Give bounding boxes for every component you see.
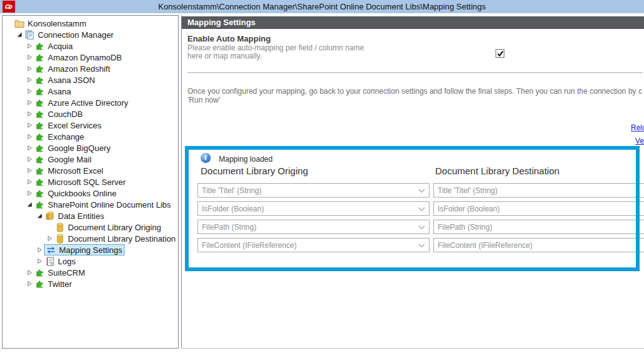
chevron-down-icon bbox=[418, 205, 425, 213]
tree-item-couchdb[interactable]: CouchDB bbox=[3, 108, 178, 120]
tree-item-label: Quickbooks Online bbox=[48, 189, 116, 198]
tree-item-label: Amazon DynamoDB bbox=[48, 53, 122, 62]
destination-field-value: FileContent (IFileReference) bbox=[438, 241, 533, 250]
arrow-spacer bbox=[45, 221, 54, 233]
puzzle-icon bbox=[34, 199, 45, 210]
tree-item-quickbooks-online[interactable]: Quickbooks Online bbox=[3, 188, 178, 199]
origin-field-dropdown-2[interactable]: FilePath (String) bbox=[197, 220, 430, 234]
tree-item-label: Document Library Origing bbox=[68, 223, 161, 232]
origin-field-value: Title 'Titel' (String) bbox=[202, 186, 262, 195]
tree-item-microsoft-sql-server[interactable]: Microsoft SQL Server bbox=[3, 176, 178, 188]
selected-tree-item[interactable]: Mapping Settings bbox=[44, 244, 125, 255]
destination-field-dropdown-3[interactable]: FileContent (IFileReference) bbox=[433, 238, 644, 252]
navigation-tree: KonsolenstammConnection ManagerAcquiaAma… bbox=[2, 15, 179, 349]
puzzle-icon bbox=[34, 74, 45, 86]
tree-item-sharepoint-online-document-libs[interactable]: SharePoint Online Document Libs bbox=[3, 199, 178, 210]
folder-icon bbox=[14, 18, 25, 29]
logs-icon: ? bbox=[44, 255, 55, 267]
puzzle-icon bbox=[34, 142, 45, 154]
puzzle-icon bbox=[34, 267, 45, 278]
arrow-spacer bbox=[5, 18, 14, 29]
origin-field-value: FileContent (IFileReference) bbox=[202, 241, 297, 250]
tree-item-label: Logs bbox=[58, 257, 75, 266]
reload-link[interactable]: Relo bbox=[631, 123, 644, 132]
tree-item-label: Connection Manager bbox=[38, 30, 114, 40]
expand-collapsed-icon[interactable] bbox=[45, 233, 54, 244]
tree-item-logs[interactable]: ?Logs bbox=[3, 255, 178, 267]
tree-item-asana[interactable]: Asana bbox=[3, 86, 178, 97]
expand-collapsed-icon[interactable] bbox=[25, 63, 34, 74]
expand-collapsed-icon[interactable] bbox=[25, 176, 34, 188]
expand-collapsed-icon[interactable] bbox=[25, 40, 34, 52]
origin-column-header: Document Library Origing bbox=[201, 165, 308, 176]
tree-item-amazon-redshift[interactable]: Amazon Redshift bbox=[3, 63, 178, 74]
expand-collapsed-icon[interactable] bbox=[25, 97, 34, 108]
expand-collapsed-icon[interactable] bbox=[25, 74, 34, 86]
tree-item-azure-active-directory[interactable]: Azure Active Directory bbox=[3, 97, 178, 108]
tree-item-twitter[interactable]: Twitter bbox=[3, 278, 178, 289]
tree-item-google-mail[interactable]: Google Mail bbox=[3, 154, 178, 165]
tree-item-label: Azure Active Directory bbox=[48, 98, 128, 108]
expand-expanded-icon[interactable] bbox=[35, 210, 44, 221]
expand-collapsed-icon[interactable] bbox=[25, 267, 34, 278]
expand-expanded-icon[interactable] bbox=[25, 199, 34, 210]
expand-collapsed-icon[interactable] bbox=[35, 255, 44, 267]
tree-item-label: Google Mail bbox=[48, 155, 91, 164]
origin-field-dropdown-0[interactable]: Title 'Titel' (String) bbox=[197, 183, 430, 198]
expand-collapsed-icon[interactable] bbox=[25, 86, 34, 97]
tree-item-microsoft-excel[interactable]: Microsoft Excel bbox=[3, 165, 178, 176]
destination-field-dropdown-1[interactable]: IsFolder (Boolean) bbox=[433, 201, 644, 216]
expand-collapsed-icon[interactable] bbox=[25, 52, 34, 63]
tree-item-amazon-dynamodb[interactable]: Amazon DynamoDB bbox=[3, 52, 178, 63]
tree-item-data-entities[interactable]: Data Entities bbox=[3, 210, 178, 221]
auto-mapping-checkbox[interactable] bbox=[496, 49, 504, 58]
puzzle-icon bbox=[34, 63, 45, 74]
tree-item-document-library-origing[interactable]: Document Library Origing bbox=[3, 221, 178, 233]
tree-item-exchange[interactable]: Exchange bbox=[3, 131, 178, 142]
destination-field-dropdown-2[interactable]: FilePath (String) bbox=[433, 220, 644, 234]
tree-item-label: SuiteCRM bbox=[48, 268, 85, 277]
tree-item-mapping-settings[interactable]: Mapping Settings bbox=[3, 244, 178, 255]
tree-item-label: Mapping Settings bbox=[59, 245, 122, 255]
tree-item-document-library-destination[interactable]: Document Library Destination bbox=[3, 233, 178, 244]
auto-mapping-description-line2: here or map manually. bbox=[187, 52, 262, 60]
checkmark-icon bbox=[497, 50, 504, 57]
tree-item-label: Microsoft Excel bbox=[48, 166, 103, 176]
tree-item-connection-manager[interactable]: Connection Manager bbox=[3, 29, 178, 40]
tree: KonsolenstammConnection ManagerAcquiaAma… bbox=[3, 18, 178, 289]
origin-field-dropdown-3[interactable]: FileContent (IFileReference) bbox=[197, 238, 430, 252]
tree-item-label: Excel Services bbox=[48, 121, 101, 130]
tree-item-suitecrm[interactable]: SuiteCRM bbox=[3, 267, 178, 278]
instructions-line2: 'Run now' bbox=[187, 96, 220, 104]
tree-item-asana-json[interactable]: Asana JSON bbox=[3, 74, 178, 86]
destination-field-value: IsFolder (Boolean) bbox=[438, 205, 500, 213]
destination-field-value: Title 'Titel' (String) bbox=[438, 186, 497, 195]
info-icon: i bbox=[201, 153, 211, 163]
mapping-icon bbox=[45, 244, 57, 255]
tree-item-label: Data Entities bbox=[58, 211, 104, 221]
expand-expanded-icon[interactable] bbox=[15, 29, 24, 40]
puzzle-icon bbox=[34, 120, 45, 131]
expand-collapsed-icon[interactable] bbox=[25, 154, 34, 165]
puzzle-icon bbox=[34, 188, 45, 199]
puzzle-icon bbox=[34, 52, 45, 63]
tree-item-excel-services[interactable]: Excel Services bbox=[3, 120, 178, 131]
tree-item-label: CouchDB bbox=[48, 109, 83, 119]
expand-collapsed-icon[interactable] bbox=[25, 108, 34, 120]
tree-item-google-bigquery[interactable]: Google BigQuery bbox=[3, 142, 178, 154]
destination-field-dropdown-0[interactable]: Title 'Titel' (String) bbox=[433, 183, 644, 198]
expand-collapsed-icon[interactable] bbox=[25, 131, 34, 142]
expand-collapsed-icon[interactable] bbox=[35, 244, 44, 255]
app-logo-icon bbox=[3, 1, 15, 13]
expand-collapsed-icon[interactable] bbox=[25, 142, 34, 154]
tree-item-konsolenstamm[interactable]: Konsolenstamm bbox=[3, 18, 178, 29]
expand-collapsed-icon[interactable] bbox=[25, 120, 34, 131]
auto-mapping-description-line1: Please enable auto-mapping per field / c… bbox=[187, 43, 364, 52]
verify-link[interactable]: Ve bbox=[635, 137, 644, 145]
expand-collapsed-icon[interactable] bbox=[25, 278, 34, 289]
expand-collapsed-icon[interactable] bbox=[25, 165, 34, 176]
puzzle-icon bbox=[34, 131, 45, 142]
tree-item-acquia[interactable]: Acquia bbox=[3, 40, 178, 52]
origin-field-dropdown-1[interactable]: IsFolder (Boolean) bbox=[197, 201, 430, 216]
expand-collapsed-icon[interactable] bbox=[25, 188, 34, 199]
